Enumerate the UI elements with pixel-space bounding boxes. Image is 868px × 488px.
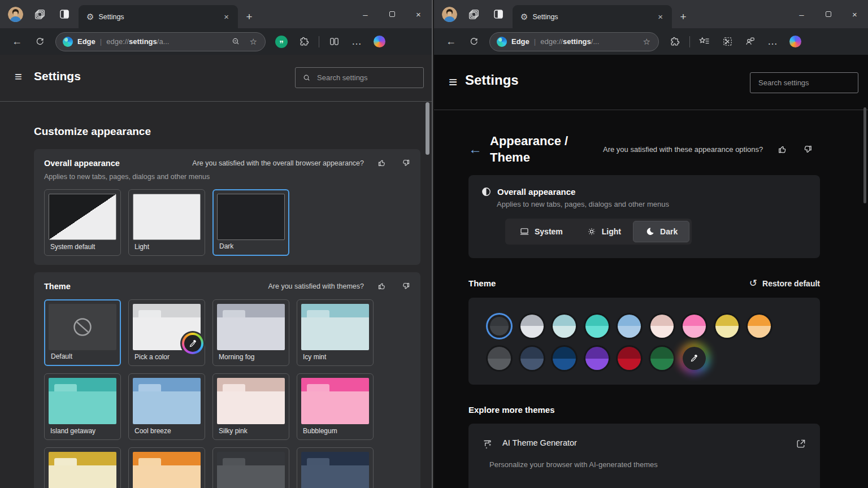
custom-color-eyedropper[interactable]: [683, 347, 706, 370]
copilot-icon[interactable]: [369, 32, 389, 51]
overall-appearance-title: Overall appearance: [44, 159, 120, 168]
back-navigation-icon[interactable]: ←: [468, 142, 482, 156]
appearance-option-light[interactable]: Light: [128, 189, 205, 256]
mode-light[interactable]: Light: [575, 221, 633, 242]
theme-color-swatch[interactable]: [650, 347, 674, 370]
theme-tile[interactable]: [44, 447, 121, 488]
favorites-icon[interactable]: [695, 32, 715, 51]
theme-color-swatch[interactable]: [650, 315, 674, 338]
favorite-star-icon[interactable]: ☆: [641, 37, 653, 47]
mode-system[interactable]: System: [507, 221, 575, 242]
thumbs-down-icon[interactable]: [802, 144, 813, 155]
close-button[interactable]: ×: [405, 0, 432, 28]
theme-color-swatch[interactable]: [488, 315, 511, 338]
theme-color-swatch[interactable]: [520, 347, 544, 370]
profile-avatar[interactable]: [442, 7, 457, 22]
theme-thumbnail: [49, 304, 116, 350]
workspaces-icon[interactable]: [31, 5, 48, 24]
thumbs-up-icon[interactable]: [377, 158, 387, 168]
mode-label: Dark: [660, 227, 678, 236]
browser-toolbar: ← Edge | edge://settings/... ☆ …: [434, 28, 868, 55]
scrollbar[interactable]: [863, 107, 866, 203]
minimize-button[interactable]: –: [788, 0, 815, 28]
thumbs-down-icon[interactable]: [401, 158, 410, 168]
back-button[interactable]: ←: [441, 32, 461, 51]
theme-tile-island-getaway[interactable]: Island getaway: [44, 373, 121, 440]
search-settings-input[interactable]: Search settings: [750, 72, 858, 93]
tab-settings[interactable]: ⚙ Settings ×: [513, 5, 672, 28]
extensions-icon[interactable]: [294, 32, 314, 51]
minimize-button[interactable]: –: [352, 0, 379, 28]
settings-gear-icon: ⚙: [86, 12, 94, 21]
settings-menu-icon[interactable]: ≡: [15, 69, 22, 84]
new-tab-button[interactable]: +: [238, 5, 261, 28]
screenshot-icon[interactable]: [717, 32, 737, 51]
browser-essentials-icon[interactable]: [740, 32, 760, 51]
refresh-button[interactable]: [29, 32, 50, 51]
theme-color-swatch[interactable]: [715, 315, 739, 338]
theme-tile[interactable]: [297, 447, 374, 488]
tab-actions-icon[interactable]: [56, 5, 73, 24]
search-settings-input[interactable]: Search settings: [295, 67, 424, 88]
theme-tile-icy-mint[interactable]: Icy mint: [297, 299, 374, 366]
more-menu-icon[interactable]: …: [762, 32, 783, 51]
tab-close-icon[interactable]: ×: [220, 12, 232, 21]
theme-tile-silky-pink[interactable]: Silky pink: [212, 373, 289, 440]
appearance-option-dark[interactable]: Dark: [212, 189, 289, 256]
install-themes-row[interactable]: Install themes from Edge Add-ons store: [468, 477, 820, 488]
search-icon: [302, 73, 311, 82]
edge-logo-icon: [63, 37, 73, 47]
theme-color-swatch[interactable]: [748, 315, 771, 338]
refresh-button[interactable]: [463, 32, 484, 51]
theme-color-swatch[interactable]: [618, 347, 641, 370]
extensions-icon[interactable]: [665, 32, 685, 51]
maximize-button[interactable]: [815, 0, 841, 28]
theme-thumbnail: [217, 452, 285, 488]
page-title: Settings: [34, 69, 81, 83]
workspaces-icon[interactable]: [465, 5, 482, 24]
ai-theme-generator-row[interactable]: AI Theme Generator: [468, 427, 820, 456]
scrollbar[interactable]: [426, 102, 429, 155]
thumbs-down-icon[interactable]: [401, 281, 410, 291]
thumbs-up-icon[interactable]: [778, 144, 788, 155]
settings-menu-icon[interactable]: ≡: [449, 73, 457, 91]
mode-dark[interactable]: Dark: [633, 221, 689, 242]
back-button[interactable]: ←: [7, 32, 27, 51]
theme-tile-default[interactable]: Default: [44, 299, 121, 366]
theme-color-swatch[interactable]: [553, 347, 576, 370]
theme-color-swatch[interactable]: [618, 315, 641, 338]
theme-tile[interactable]: [212, 447, 289, 488]
appearance-thumbnail: [49, 194, 116, 240]
theme-color-swatch[interactable]: [585, 315, 609, 338]
theme-color-swatch[interactable]: [520, 315, 544, 338]
theme-tile-morning-fog[interactable]: Morning fog: [212, 299, 289, 366]
tab-actions-icon[interactable]: [490, 5, 507, 24]
theme-color-swatch[interactable]: [683, 315, 706, 338]
theme-tile-bubblegum[interactable]: Bubblegum: [297, 373, 374, 440]
maximize-button[interactable]: [379, 0, 405, 28]
profile-avatar[interactable]: [8, 7, 23, 22]
close-button[interactable]: ×: [841, 0, 868, 28]
copilot-icon[interactable]: [785, 32, 805, 51]
tab-close-icon[interactable]: ×: [654, 12, 666, 21]
appearance-option-system-default[interactable]: System default: [44, 189, 121, 256]
color-picker-icon[interactable]: [180, 331, 205, 356]
monitor-icon: [519, 226, 530, 237]
theme-tile-pick-a-color[interactable]: Pick a color: [128, 299, 205, 366]
grammarly-extension-icon[interactable]: ”: [271, 32, 292, 51]
thumbs-up-icon[interactable]: [377, 281, 387, 291]
zoom-out-icon[interactable]: [229, 37, 243, 46]
address-bar[interactable]: Edge | edge://settings/a... ☆: [55, 32, 266, 51]
theme-color-swatch[interactable]: [488, 347, 511, 370]
theme-tile[interactable]: [128, 447, 205, 488]
favorite-star-icon[interactable]: ☆: [248, 37, 259, 47]
address-bar[interactable]: Edge | edge://settings/... ☆: [489, 32, 659, 51]
restore-default-button[interactable]: ↺ Restore default: [749, 277, 820, 289]
theme-color-swatch[interactable]: [553, 315, 576, 338]
split-screen-icon[interactable]: [324, 32, 344, 51]
new-tab-button[interactable]: +: [672, 5, 695, 28]
tab-settings[interactable]: ⚙ Settings ×: [79, 5, 238, 28]
more-menu-icon[interactable]: …: [346, 32, 367, 51]
theme-color-swatch[interactable]: [585, 347, 609, 370]
theme-tile-cool-breeze[interactable]: Cool breeze: [128, 373, 205, 440]
